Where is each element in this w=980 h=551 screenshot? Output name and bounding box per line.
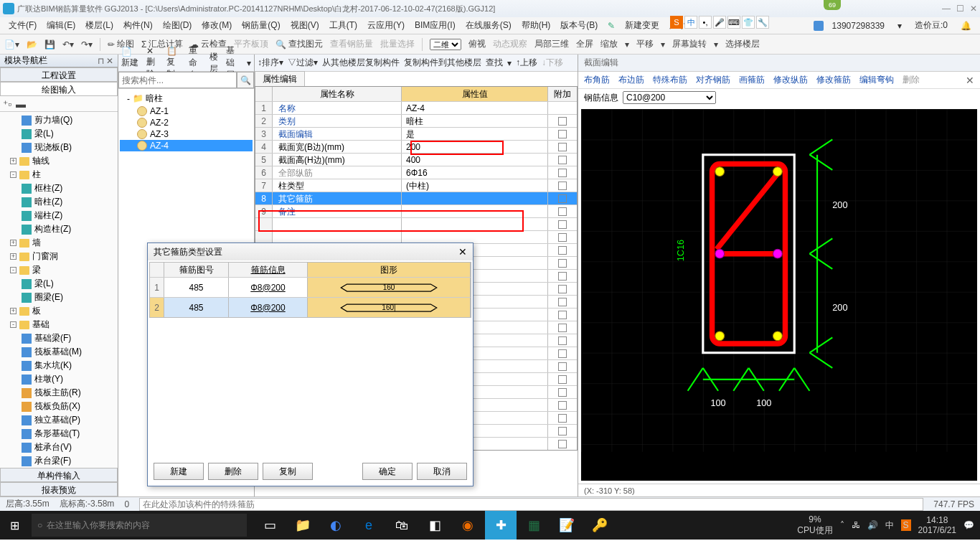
search-input[interactable] <box>118 72 237 88</box>
undo-icon[interactable]: ↶▾ <box>62 39 74 50</box>
tree-node[interactable]: 剪力墙(Q) <box>0 113 118 127</box>
account-label[interactable]: 13907298339 <box>828 19 889 32</box>
tree-node[interactable]: 筏板主筋(R) <box>0 386 118 400</box>
tray-notif-icon[interactable]: 💬 <box>963 520 974 530</box>
dialog-row[interactable]: 2485Φ8@200160| <box>150 297 471 317</box>
tree-node[interactable]: 筏板基础(M) <box>0 345 118 359</box>
menu-draw[interactable]: 绘图(D) <box>159 18 197 33</box>
tab-special[interactable]: 特殊布筋 <box>653 74 687 86</box>
dlg-ok-button[interactable]: 确定 <box>362 463 413 480</box>
ime-tool-icon[interactable]: 🔧 <box>756 16 769 29</box>
ime-icon[interactable]: S <box>670 16 683 29</box>
nav-tree[interactable]: 剪力墙(Q)梁(L)现浇板(B)+轴线-柱框柱(Z)暗柱(Z)端柱(Z)构造柱(… <box>0 112 118 468</box>
tree-node[interactable]: 端柱(Z) <box>0 209 118 222</box>
taskbar-search[interactable]: ○ 在这里输入你要搜索的内容 <box>32 514 247 537</box>
ime-punct[interactable]: •, <box>699 16 712 29</box>
ime-skin-icon[interactable]: 👕 <box>742 16 755 29</box>
tree-node[interactable]: 集水坑(K) <box>0 359 118 372</box>
maximize-icon[interactable]: ☐ <box>956 4 964 14</box>
menu-online[interactable]: 在线服务(S) <box>461 18 516 33</box>
tree-node[interactable]: 框柱(Z) <box>0 182 118 195</box>
app-excel[interactable]: ▦ <box>518 511 550 540</box>
selfloor-button[interactable]: 选择楼层 <box>725 38 760 50</box>
app-misc2[interactable]: ◉ <box>452 511 484 540</box>
view-rebar-button[interactable]: 查看钢筋量 <box>330 38 373 50</box>
dialog-row[interactable]: 1485Φ8@200160 <box>150 277 471 297</box>
tree-node[interactable]: 构造柱(Z) <box>0 222 118 236</box>
tree-node[interactable]: 基础梁(F) <box>0 331 118 345</box>
tree-node[interactable]: -基础 <box>0 318 118 331</box>
status-input[interactable] <box>139 498 923 511</box>
tree-node[interactable]: +轴线 <box>0 154 118 168</box>
rebar-info-select[interactable]: C10@200 <box>623 91 716 104</box>
close-icon[interactable]: ✕ <box>970 4 977 14</box>
tree-node[interactable]: 筏板负筋(X) <box>0 400 118 413</box>
menu-bim[interactable]: BIM应用(I) <box>410 18 460 33</box>
start-button[interactable]: ⊞ <box>0 511 29 540</box>
tree-node[interactable]: 梁(L) <box>0 127 118 141</box>
menu-component[interactable]: 构件(N) <box>119 18 157 33</box>
prop-row[interactable]: 4截面宽(B边)(mm)200 <box>255 140 577 153</box>
tab-corner[interactable]: 布角筋 <box>584 74 610 86</box>
layer-add-icon[interactable]: ⁺▫ <box>3 98 11 110</box>
dlg-new-button[interactable]: 新建 <box>154 463 204 480</box>
menu-cloud[interactable]: 云应用(Y) <box>363 18 409 33</box>
ime-mic-icon[interactable]: 🎤 <box>713 16 726 29</box>
pin-icon[interactable]: ⊓ ✕ <box>98 56 113 66</box>
tray-vol-icon[interactable]: 🔊 <box>867 520 878 530</box>
prop-row[interactable]: 2类别暗柱 <box>255 114 577 127</box>
find-prop-button[interactable]: 查找 <box>486 57 503 69</box>
tray-ime1[interactable]: 中 <box>885 519 894 532</box>
menu-edit[interactable]: 编辑(E) <box>42 18 80 33</box>
prop-row[interactable]: 5截面高(H边)(mm)400 <box>255 153 577 166</box>
nav-tab-settings[interactable]: 工程设置 <box>0 67 118 82</box>
menu-modify[interactable]: 修改(M) <box>197 18 236 33</box>
tree-node[interactable]: -柱 <box>0 168 118 182</box>
search-button[interactable]: 🔍 <box>237 72 254 88</box>
tree-node[interactable]: 圈梁(E) <box>0 291 118 304</box>
tree-node[interactable]: 现浇板(B) <box>0 141 118 154</box>
layer-del-icon[interactable]: ▬ <box>16 98 26 110</box>
bell-icon[interactable]: 🔔 <box>956 19 976 32</box>
find-button[interactable]: 🔍 查找图元 <box>275 38 323 50</box>
zoom-button[interactable]: 缩放 <box>600 38 618 50</box>
tree-node[interactable]: +墙 <box>0 236 118 250</box>
new-change-button[interactable]: 新建变更 <box>621 18 664 33</box>
tray-ime2[interactable]: S <box>901 519 911 531</box>
prop-row[interactable]: 7柱类型(中柱) <box>255 179 577 192</box>
filter-button[interactable]: ▽过滤▾ <box>288 57 318 69</box>
nav-tab-report[interactable]: 报表预览 <box>0 482 118 496</box>
menu-tool[interactable]: 工具(T) <box>325 18 362 33</box>
local3d-button[interactable]: 局部三维 <box>534 38 569 50</box>
app-misc1[interactable]: ◧ <box>419 511 451 540</box>
tree-node[interactable]: 承台梁(F) <box>0 454 118 468</box>
component-item[interactable]: AZ-1 <box>120 105 253 117</box>
app-ggj[interactable]: ✚ <box>485 511 517 540</box>
menu-view[interactable]: 视图(V) <box>286 18 324 33</box>
tab-stirrup[interactable]: 画箍筋 <box>739 74 765 86</box>
tree-node[interactable]: 暗柱(Z) <box>0 195 118 209</box>
menu-help[interactable]: 帮助(H) <box>517 18 555 33</box>
minimize-icon[interactable]: — <box>942 4 951 14</box>
tree-node[interactable]: 独立基础(P) <box>0 413 118 427</box>
tree-node[interactable]: -梁 <box>0 263 118 277</box>
clock[interactable]: 14:182017/6/21 <box>918 515 956 535</box>
prop-row[interactable]: 6全部纵筋6Φ16 <box>255 166 577 179</box>
dlg-cancel-button[interactable]: 取消 <box>417 463 467 480</box>
ime-lang[interactable]: 中 <box>684 16 697 29</box>
tray-net-icon[interactable]: 🖧 <box>852 520 860 530</box>
full-button[interactable]: 全屏 <box>576 38 593 50</box>
menu-version[interactable]: 版本号(B) <box>556 18 602 33</box>
bird-button[interactable]: 俯视 <box>468 38 486 50</box>
menu-file[interactable]: 文件(F) <box>4 18 41 33</box>
tree-node[interactable]: 柱墩(Y) <box>0 372 118 386</box>
app-misc3[interactable]: 🔑 <box>584 511 616 540</box>
save-icon[interactable]: 💾 <box>44 39 55 50</box>
dialog-close-icon[interactable]: ✕ <box>458 246 467 258</box>
app-taskview[interactable]: ▭ <box>254 511 286 540</box>
avatar-icon[interactable] <box>814 21 824 31</box>
tree-node[interactable]: +板 <box>0 304 118 318</box>
tab-align[interactable]: 对齐钢筋 <box>696 74 730 86</box>
dlg-copy-button[interactable]: 复制 <box>263 463 313 480</box>
nav-tab-draw[interactable]: 绘图输入 <box>0 82 118 96</box>
